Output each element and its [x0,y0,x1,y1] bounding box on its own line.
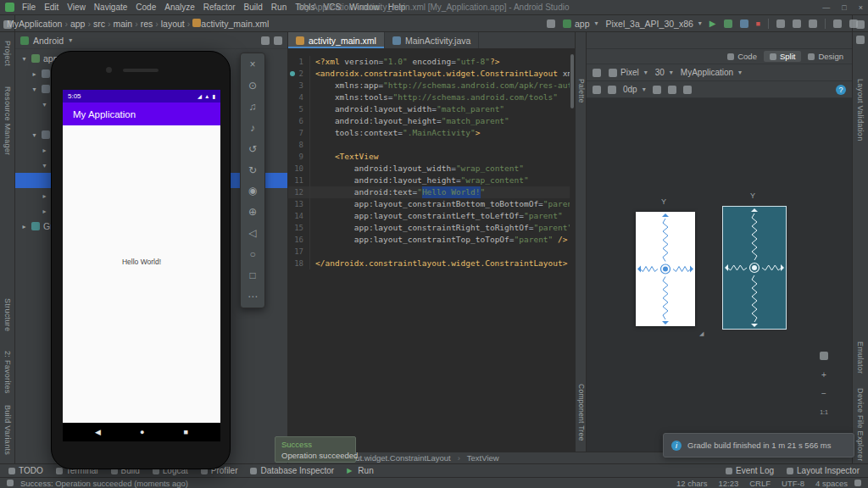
breadcrumb-item-layout[interactable]: layout [161,19,185,29]
code-line-6[interactable]: 6 android:layout_height="match_parent" [288,115,570,127]
code-line-8[interactable]: 8 [288,139,570,151]
pack-icon[interactable] [653,86,661,94]
rotate-right-button[interactable]: ↻ [242,159,264,180]
tool-window-button-database-inspector[interactable]: Database Inspector [250,466,334,475]
resize-handle-icon[interactable]: ◢ [699,330,704,337]
lock-icon[interactable] [854,480,861,486]
menu-run[interactable]: Run [267,3,291,12]
zoom-in-button[interactable]: + [817,368,831,381]
code-line-14[interactable]: 14 app:layout_constraintLeft_toLeftOf="p… [288,210,570,222]
tree-expand-arrow[interactable]: ▾ [20,55,28,63]
tool-window-button-event-log[interactable]: Event Log [726,466,774,475]
breadcrumb-textview[interactable]: TextView [467,453,499,463]
code-line-17[interactable]: 17 [288,246,570,258]
status-segment-utf-8[interactable]: UTF-8 [782,479,804,488]
back-nav-button[interactable]: ◀ [95,428,101,436]
code-line-16[interactable]: 16 app:layout_constraintTop_toTopOf="par… [288,234,570,246]
home-nav-button[interactable]: ● [140,428,144,436]
clear-constraints-icon[interactable] [608,86,616,94]
guidelines-icon[interactable] [683,86,692,94]
tree-expand-arrow[interactable]: ▾ [41,162,48,169]
code-view-button[interactable]: Code [721,51,763,62]
tool-window-stripe-component-tree[interactable]: Component Tree [577,384,586,441]
preview-gutter-icon[interactable] [290,71,295,76]
screenshot-button[interactable]: ◉ [242,180,264,202]
tool-window-stripe-resource-manager[interactable]: Resource Manager [3,86,12,155]
tree-expand-arrow[interactable]: ▾ [31,131,38,139]
tree-expand-arrow[interactable]: ▾ [41,101,48,108]
run-button[interactable]: ▶ [709,19,716,28]
tool-window-stripe-2-favorites[interactable]: 2: Favorites [3,351,12,394]
status-segment-4-spaces[interactable]: 4 spaces [815,479,848,488]
home-button[interactable]: ○ [242,243,264,264]
view-options-icon[interactable] [593,69,601,77]
run-config-dropdown[interactable]: app [563,19,598,29]
editor-scrollbar[interactable] [570,54,574,108]
tab-mainactivity-java[interactable]: MainActivity.java [385,32,479,48]
code-area[interactable]: 1<?xml version="1.0" encoding="utf-8"?>2… [288,49,570,452]
more-button[interactable]: ⋯ [242,286,264,307]
breadcrumb-item-myapplication[interactable]: MyApplication [7,19,62,29]
split-view-button[interactable]: Split [764,51,801,62]
code-line-12[interactable]: 12 android:text="Hello World!" [288,186,570,198]
status-segment-crlf[interactable]: CRLF [749,479,771,488]
code-line-5[interactable]: 5 android:layout_width="match_parent" [288,103,570,115]
collapse-all-icon[interactable] [261,36,270,45]
menu-code[interactable]: Code [131,3,160,12]
breadcrumb-item-app[interactable]: app [70,19,86,29]
build-hammer-icon[interactable] [547,19,555,28]
tool-window-stripe-build-variants[interactable]: Build Variants [3,405,12,455]
gradle-build-notification[interactable]: i Gradle build finished in 1 m 21 s 566 … [663,433,854,458]
help-icon[interactable]: ? [836,85,846,95]
profile-button[interactable] [740,19,748,28]
theme-dropdown[interactable]: MyApplication [681,68,742,77]
code-line-4[interactable]: 4 xmlns:tools="http://schemas.android.co… [288,92,570,103]
menu-build[interactable]: Build [240,3,267,12]
breadcrumb-item-activity-main.xml[interactable]: activity_main.xml [201,19,269,29]
menu-edit[interactable]: Edit [40,3,63,12]
rotate-left-button[interactable]: ↺ [242,138,264,159]
tool-window-button-run[interactable]: ▶Run [347,466,374,475]
design-device-dropdown[interactable]: Pixel [609,68,648,77]
api-level-dropdown[interactable]: 30 [655,68,673,77]
tool-window-button-layout-inspector[interactable]: Layout Inspector [787,466,860,475]
status-segment-12-23[interactable]: 12:23 [718,479,738,488]
tool-window-stripe-palette[interactable]: Palette [577,79,586,103]
breadcrumb-item-src[interactable]: src [93,19,105,29]
breadcrumb-item-main[interactable]: main [113,19,132,29]
menu-file[interactable]: File [18,3,40,12]
project-view-selector[interactable]: Android [33,36,72,46]
tree-expand-arrow[interactable]: ▸ [41,208,48,215]
code-line-3[interactable]: 3 xmlns:app="http://schemas.android.com/… [288,80,570,92]
tool-window-stripe-emulator[interactable]: Emulator [856,341,865,374]
design-view-card[interactable] [636,212,695,326]
search-everywhere-icon[interactable] [833,19,842,28]
sdk-manager-icon[interactable] [809,19,817,28]
code-line-18[interactable]: 18</androidx.constraintlayout.widget.Con… [288,258,570,269]
tree-expand-arrow[interactable]: ▸ [41,147,48,154]
code-line-15[interactable]: 15 app:layout_constraintRight_toRightOf=… [288,222,570,234]
close-button[interactable]: × [242,54,264,75]
breadcrumb-item-res[interactable]: res [141,19,153,29]
zoom-out-button[interactable]: − [817,386,831,400]
volume-down-button[interactable]: ♪ [242,117,264,138]
magnet-autoconnect-icon[interactable] [593,86,601,94]
design-view-button[interactable]: Design [802,51,849,62]
minimize-button[interactable]: — [822,3,830,12]
tree-expand-arrow[interactable]: ▸ [20,223,28,230]
tab-activity-main-xml[interactable]: activity_main.xml [288,32,385,48]
blueprint-view-card[interactable] [722,206,787,330]
maximize-button[interactable]: □ [842,3,846,12]
panel-settings-icon[interactable] [274,36,282,45]
overview-nav-button[interactable]: ■ [184,428,188,436]
emulator-screen[interactable]: 5:05 ◢▲▮ My Application Hello World! ◀●■ [63,90,220,441]
volume-up-button[interactable]: ♫ [242,97,264,118]
code-line-7[interactable]: 7 tools:context=".MainActivity"> [288,127,570,139]
sync-gradle-icon[interactable] [776,19,785,28]
overview-button[interactable]: □ [242,264,264,286]
zoom-button[interactable]: ⊕ [242,202,264,223]
tool-window-button-todo[interactable]: TODO [8,466,43,475]
tool-window-stripe-project[interactable]: Project [3,41,12,66]
power-button[interactable]: ⊙ [242,75,264,97]
zoom-reset-button[interactable]: 1:1 [817,405,831,419]
